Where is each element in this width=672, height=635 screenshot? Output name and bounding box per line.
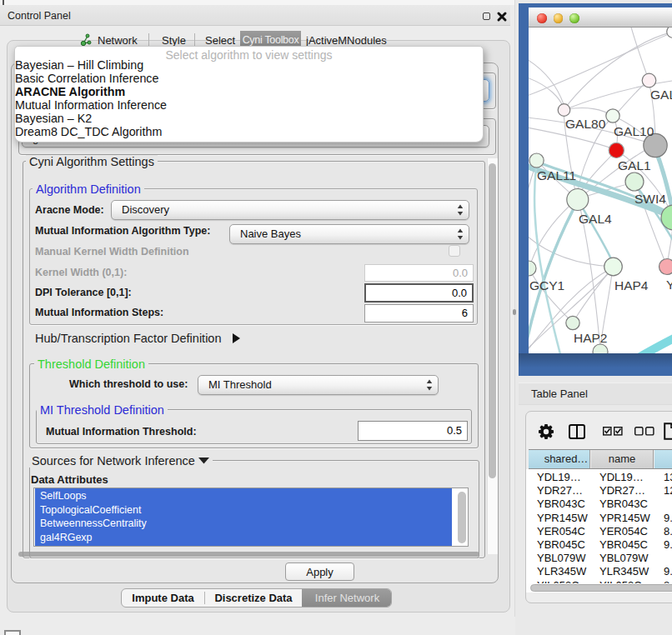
svg-text:HAP2: HAP2 xyxy=(574,331,608,345)
svg-text:GAL2: GAL2 xyxy=(650,88,672,102)
svg-text:GAL1: GAL1 xyxy=(618,158,651,172)
svg-text:HAP4: HAP4 xyxy=(614,278,649,292)
svg-text:GAL10: GAL10 xyxy=(614,124,654,138)
svg-text:YM: YM xyxy=(666,278,672,292)
svg-text:GAL11: GAL11 xyxy=(537,168,576,182)
svg-text:GAL80: GAL80 xyxy=(565,117,606,131)
svg-text:GAL4: GAL4 xyxy=(579,212,612,226)
svg-text:SWI4: SWI4 xyxy=(634,192,666,206)
svg-text:GCY1: GCY1 xyxy=(529,278,564,292)
